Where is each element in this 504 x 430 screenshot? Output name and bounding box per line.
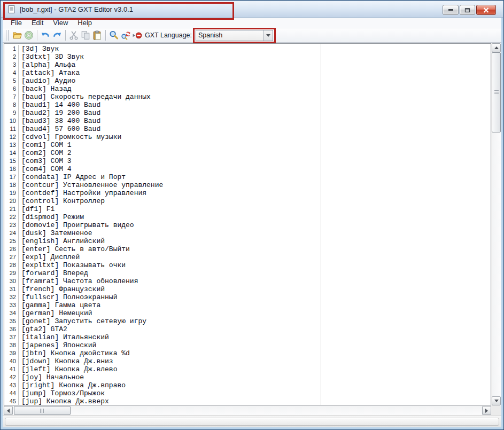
list-row[interactable]: 7[baud] Скорость передачи данных (4, 93, 491, 101)
cut-button[interactable] (68, 29, 80, 41)
list-row[interactable]: 35[gonet] Запустить сетевую игру (4, 317, 491, 325)
menu-help[interactable]: Help (73, 18, 97, 27)
entry-text: [expltxt] Показывать очки (21, 261, 126, 269)
entry-text: [jump] Тормоз/Прыжок (21, 389, 105, 397)
gxt-language-combobox[interactable]: Spanish (196, 30, 273, 41)
list-row[interactable]: 17[condata] IP Адрес и Порт (4, 173, 491, 181)
entry-text: [japenes] Японский (21, 341, 96, 349)
line-number: 12 (4, 133, 19, 141)
list-row[interactable]: 25[english] Английский (4, 237, 491, 245)
line-number: 5 (4, 77, 19, 85)
column-divider (321, 44, 321, 405)
entry-text: [domovie] Проигрывать видео (21, 221, 134, 229)
menu-file[interactable]: File (6, 18, 27, 27)
cd-icon (24, 30, 34, 40)
entry-list-container: 1[3d] Звук2[3dtxt] 3D Звук3[alpha] Альфа… (4, 43, 491, 405)
paste-button[interactable] (91, 29, 103, 41)
list-row[interactable]: 8[baud1] 14 400 Baud (4, 101, 491, 109)
toolbar-grip[interactable] (6, 30, 9, 41)
entry-list[interactable]: 1[3d] Звук2[3dtxt] 3D Звук3[alpha] Альфа… (4, 44, 491, 405)
list-row[interactable]: 37[italian] Итальянский (4, 333, 491, 341)
undo-icon (41, 30, 50, 40)
entry-text: [contdef] Настройки управления (21, 189, 146, 197)
minimize-button[interactable] (443, 5, 459, 15)
list-row[interactable]: 15[com3] COM 3 (4, 157, 491, 165)
list-row[interactable]: 4[attack] Атака (4, 69, 491, 77)
list-row[interactable]: 18[contcur] Установленное управление (4, 181, 491, 189)
toolbar: GXT Language: Spanish (3, 28, 501, 43)
list-row[interactable]: 5[audio] Аудио (4, 77, 491, 85)
list-row[interactable]: 29[forward] Вперед (4, 269, 491, 277)
list-row[interactable]: 44[jump] Тормоз/Прыжок (4, 389, 491, 397)
list-row[interactable]: 3[alpha] Альфа (4, 61, 491, 69)
list-row[interactable]: 41[jleft] Кнопка Дж.влево (4, 365, 491, 373)
list-row[interactable]: 43[jright] Кнопка Дж.вправо (4, 381, 491, 389)
goto-stop-button[interactable] (131, 29, 143, 41)
redo-icon (52, 30, 62, 40)
find-button[interactable] (108, 29, 120, 41)
list-row[interactable]: 12[cdvol] Громкость музыки (4, 133, 491, 141)
line-number: 16 (4, 165, 19, 173)
list-row[interactable]: 34[german] Немецкий (4, 309, 491, 317)
list-row[interactable]: 11[baud4] 57 600 Baud (4, 125, 491, 133)
list-row[interactable]: 1[3d] Звук (4, 45, 491, 53)
list-row[interactable]: 27[expl] Дисплей (4, 253, 491, 261)
list-row[interactable]: 10[baud3] 38 400 Baud (4, 117, 491, 125)
list-row[interactable]: 20[control] Контроллер (4, 197, 491, 205)
list-row[interactable]: 21[df1] F1 (4, 205, 491, 213)
vertical-scroll-thumb[interactable] (492, 52, 501, 132)
list-row[interactable]: 36[gta2] GTA2 (4, 325, 491, 333)
find-language-button[interactable] (120, 29, 131, 41)
maximize-button[interactable] (460, 5, 475, 15)
open-file-button[interactable] (11, 29, 23, 41)
list-row[interactable]: 39[jbtn] Кнопка джойстика %d (4, 349, 491, 357)
list-row[interactable]: 28[expltxt] Показывать очки (4, 261, 491, 269)
list-row[interactable]: 30[framrat] Частота обновления (4, 277, 491, 285)
entry-text: [italian] Итальянский (21, 333, 109, 341)
list-row[interactable]: 26[enter] Сесть в авто/Выйти (4, 245, 491, 253)
compile-button[interactable] (23, 29, 35, 41)
scroll-up-button[interactable] (492, 43, 501, 52)
line-number: 6 (4, 85, 19, 93)
horizontal-scrollbar[interactable] (4, 406, 491, 415)
line-number: 4 (4, 69, 19, 77)
list-row[interactable]: 23[domovie] Проигрывать видео (4, 221, 491, 229)
list-row[interactable]: 9[baud2] 19 200 Baud (4, 109, 491, 117)
copy-button[interactable] (80, 29, 91, 41)
list-row[interactable]: 32[fullscr] Полноэкранный (4, 293, 491, 301)
list-row[interactable]: 42[joy] Начальное (4, 373, 491, 381)
line-number: 30 (4, 277, 19, 285)
scroll-right-button[interactable] (482, 406, 491, 415)
list-row[interactable]: 31[french] Французский (4, 285, 491, 293)
list-row[interactable]: 24[dusk] Затемненое (4, 229, 491, 237)
list-row[interactable]: 19[contdef] Настройки управления (4, 189, 491, 197)
combobox-dropdown-button[interactable] (263, 30, 273, 41)
list-row[interactable]: 40[jdown] Кнопка Дж.вниз (4, 357, 491, 365)
entry-text: [dispmod] Режим (21, 213, 84, 221)
menu-edit[interactable]: Edit (27, 18, 48, 27)
menu-view[interactable]: View (48, 18, 73, 27)
list-row[interactable]: 45[jup] Кнопка Дж.вверх (4, 397, 491, 405)
entry-text: [french] Французский (21, 285, 105, 293)
list-row[interactable]: 14[com2] COM 2 (4, 149, 491, 157)
horizontal-scroll-thumb[interactable] (14, 406, 71, 415)
list-row[interactable]: 33[gamma] Гамма цвета (4, 301, 491, 309)
line-number: 29 (4, 269, 19, 277)
entry-text: [fullscr] Полноэкранный (21, 293, 117, 301)
list-row[interactable]: 22[dispmod] Режим (4, 213, 491, 221)
entry-text: [jright] Кнопка Дж.вправо (21, 381, 126, 389)
close-button[interactable] (476, 5, 496, 15)
undo-button[interactable] (40, 29, 51, 41)
entry-text: [com4] COM 4 (21, 165, 72, 173)
list-row[interactable]: 13[com1] COM 1 (4, 141, 491, 149)
redo-button[interactable] (51, 29, 63, 41)
client-area: 1[3d] Звук2[3dtxt] 3D Звук3[alpha] Альфа… (3, 43, 501, 416)
list-row[interactable]: 6[back] Назад (4, 85, 491, 93)
scroll-down-button[interactable] (492, 396, 501, 405)
scroll-left-button[interactable] (4, 406, 13, 415)
line-number: 39 (4, 349, 19, 357)
list-row[interactable]: 2[3dtxt] 3D Звук (4, 53, 491, 61)
vertical-scrollbar[interactable] (492, 43, 501, 405)
list-row[interactable]: 16[com4] COM 4 (4, 165, 491, 173)
list-row[interactable]: 38[japenes] Японский (4, 341, 491, 349)
